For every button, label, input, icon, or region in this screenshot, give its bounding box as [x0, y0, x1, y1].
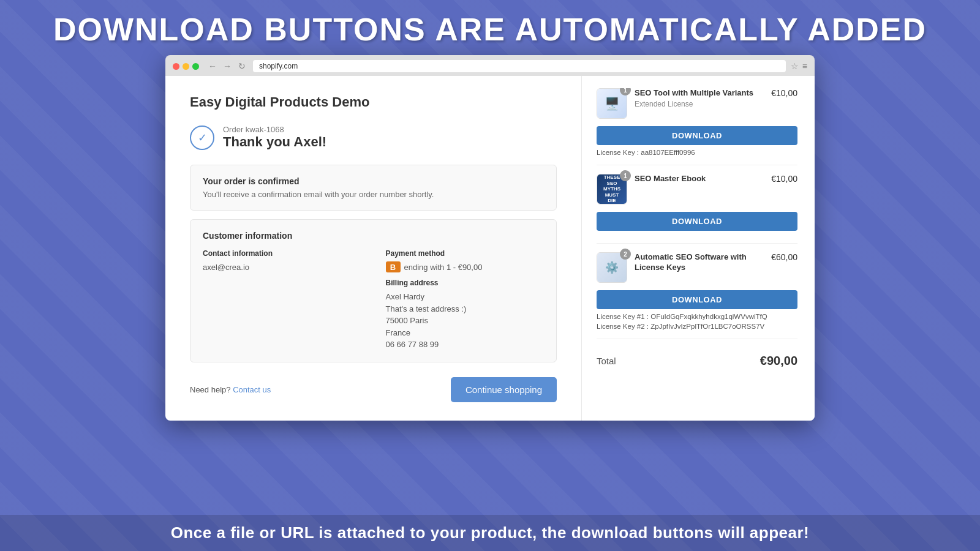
item-3-badge: 2	[620, 249, 631, 260]
need-help-text: Need help? Contact us	[190, 385, 271, 394]
bottom-banner: Once a file or URL is attached to your p…	[0, 515, 980, 551]
dot-red	[173, 63, 179, 70]
contact-col: Contact information axel@crea.io	[203, 249, 361, 351]
item-1-thumb-wrap: 🖥️ 1	[597, 88, 627, 119]
refresh-btn[interactable]: ↻	[236, 60, 248, 72]
dot-green	[192, 63, 199, 70]
payment-badge: B	[386, 261, 401, 272]
contact-label: Contact information	[203, 249, 361, 258]
left-panel: Easy Digital Products Demo ✓ Order kwak-…	[165, 76, 582, 421]
contact-us-link[interactable]: Contact us	[233, 385, 271, 394]
menu-icon: ≡	[802, 61, 807, 71]
back-btn[interactable]: ←	[206, 60, 219, 72]
order-number: Order kwak-1068	[223, 125, 326, 134]
browser-dots	[173, 63, 199, 70]
customer-columns: Contact information axel@crea.io Payment…	[203, 249, 544, 351]
item-2-price: €10,00	[771, 174, 797, 184]
confirmed-text: You'll receive a confirmation email with…	[203, 190, 544, 199]
item-2-badge: 1	[620, 170, 631, 181]
confirmed-title: Your order is confirmed	[203, 176, 544, 186]
forward-btn[interactable]: →	[221, 60, 233, 72]
browser-chrome: ← → ↻ shopify.com ☆ ≡	[165, 55, 815, 76]
item-3-license-key-2: License Key #2 : ZpJpfIvJvIzPplTfOr1LBC7…	[597, 323, 797, 330]
item-2-details: SEO Master Ebook	[635, 174, 764, 184]
item-1-variant: Extended License	[635, 100, 764, 108]
order-header: ✓ Order kwak-1068 Thank you Axel!	[190, 125, 557, 150]
item-1-license-key: License Key : aa8107EEfff0996	[597, 149, 797, 156]
dot-yellow	[183, 63, 189, 70]
item-2-name: SEO Master Ebook	[635, 174, 764, 184]
separator-2	[597, 243, 797, 244]
total-row: Total €90,00	[597, 348, 797, 368]
payment-line: B ending with 1 - €90,00	[386, 261, 545, 272]
payment-col: Payment method B ending with 1 - €90,00 …	[386, 249, 545, 351]
browser-nav: ← → ↻	[206, 60, 248, 72]
address-bar[interactable]: shopify.com	[253, 60, 786, 72]
continue-shopping-button[interactable]: Continue shopping	[451, 377, 557, 402]
browser-content: Easy Digital Products Demo ✓ Order kwak-…	[165, 76, 815, 421]
total-amount: €90,00	[760, 354, 797, 368]
contact-email: axel@crea.io	[203, 261, 361, 274]
star-icon: ☆	[791, 61, 799, 71]
right-panel: 🖥️ 1 SEO Tool with Multiple Variants Ext…	[582, 76, 815, 421]
item-1-details: SEO Tool with Multiple Variants Extended…	[635, 88, 764, 108]
item-3-thumb-wrap: ⚙️ 2	[597, 252, 627, 283]
item-3-download-button[interactable]: DOWNLOAD	[597, 290, 797, 309]
url-text: shopify.com	[259, 62, 298, 70]
order-info: Order kwak-1068 Thank you Axel!	[223, 125, 326, 150]
thank-you-text: Thank you Axel!	[223, 134, 326, 150]
top-banner: DOWNLOAD BUTTONS ARE AUTOMATICALLY ADDED	[0, 0, 980, 55]
separator-1	[597, 165, 797, 165]
customer-info-box: Customer information Contact information…	[190, 219, 557, 362]
order-item-3: ⚙️ 2 Automatic SEO Software with License…	[597, 252, 797, 283]
footer-actions: Need help? Contact us Continue shopping	[190, 377, 557, 402]
bottom-banner-text: Once a file or URL is attached to your p…	[12, 523, 968, 542]
customer-info-title: Customer information	[203, 231, 544, 241]
billing-address: Axel Hardy That's a test address :) 7500…	[386, 291, 545, 351]
billing-country: France	[386, 328, 410, 337]
billing-label: Billing address	[386, 279, 545, 287]
item-1-download-button[interactable]: DOWNLOAD	[597, 126, 797, 145]
separator-3	[597, 339, 797, 339]
order-confirmed-box: Your order is confirmed You'll receive a…	[190, 165, 557, 211]
billing-address-line: That's a test address :)	[386, 304, 467, 313]
item-1-name: SEO Tool with Multiple Variants	[635, 88, 764, 99]
browser-window: ← → ↻ shopify.com ☆ ≡ Easy Digital Produ…	[165, 55, 815, 421]
item-1-badge: 1	[620, 88, 631, 96]
order-item-1: 🖥️ 1 SEO Tool with Multiple Variants Ext…	[597, 88, 797, 119]
item-2-download-button[interactable]: DOWNLOAD	[597, 212, 797, 231]
item-3-details: Automatic SEO Software with License Keys	[635, 252, 764, 273]
item-1-price: €10,00	[771, 88, 797, 98]
billing-city: 75000 Paris	[386, 316, 428, 325]
item-3-price: €60,00	[771, 252, 797, 262]
payment-text: ending with 1 - €90,00	[404, 263, 483, 272]
check-circle-icon: ✓	[190, 126, 214, 150]
order-items-list: 🖥️ 1 SEO Tool with Multiple Variants Ext…	[597, 88, 800, 368]
item-3-license-key-1: License Key #1 : OFuIdGqFxqkkhyhdkxg1qiW…	[597, 313, 797, 320]
browser-actions: ☆ ≡	[791, 61, 807, 71]
item-2-thumb-wrap: THESESEOMYTHSMUSTDIE 1	[597, 174, 627, 204]
payment-label: Payment method	[386, 249, 545, 258]
billing-phone: 06 66 77 88 99	[386, 340, 439, 349]
total-label: Total	[597, 356, 616, 366]
item-3-name: Automatic SEO Software with License Keys	[635, 252, 764, 273]
top-banner-title: DOWNLOAD BUTTONS ARE AUTOMATICALLY ADDED	[12, 11, 968, 48]
order-item-2: THESESEOMYTHSMUSTDIE 1 SEO Master Ebook …	[597, 174, 797, 204]
store-title: Easy Digital Products Demo	[190, 94, 557, 110]
billing-name: Axel Hardy	[386, 292, 425, 301]
